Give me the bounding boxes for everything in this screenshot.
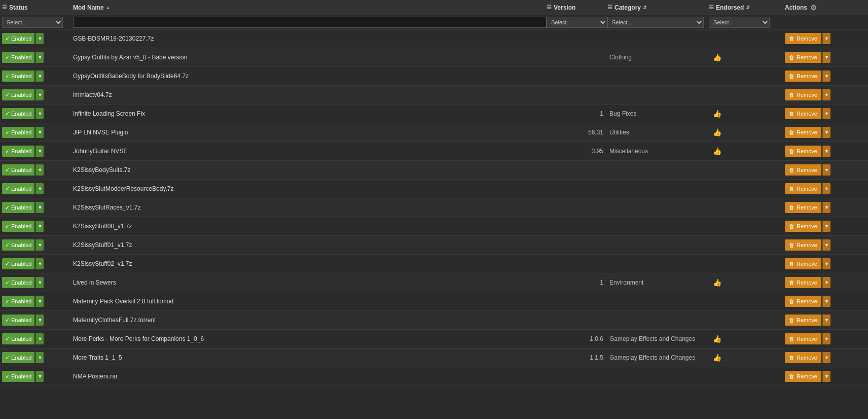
- enabled-dropdown-button[interactable]: ▼: [35, 202, 44, 213]
- enabled-button[interactable]: ✓ Enabled: [2, 146, 34, 157]
- enabled-dropdown-button[interactable]: ▼: [35, 164, 44, 176]
- enabled-dropdown-button[interactable]: ▼: [35, 71, 44, 82]
- endorsed-filter-select[interactable]: Select...: [709, 17, 770, 28]
- enabled-button[interactable]: ✓ Enabled: [2, 371, 34, 382]
- enabled-dropdown-button[interactable]: ▼: [35, 146, 44, 157]
- remove-button[interactable]: 🗑 Remove: [785, 296, 821, 307]
- enabled-dropdown-button[interactable]: ▼: [35, 89, 44, 100]
- enabled-dropdown-button[interactable]: ▼: [35, 33, 44, 44]
- cell-actions: 🗑 Remove ▼: [785, 333, 866, 344]
- enabled-button[interactable]: ✓ Enabled: [2, 183, 34, 194]
- enabled-dropdown-button[interactable]: ▼: [35, 258, 44, 269]
- remove-button[interactable]: 🗑 Remove: [785, 71, 821, 82]
- thumbs-up-icon[interactable]: 👍: [713, 354, 721, 362]
- remove-button[interactable]: 🗑 Remove: [785, 277, 821, 288]
- enabled-dropdown-button[interactable]: ▼: [35, 127, 44, 138]
- table-row: ✓ Enabled ▼ JohnnyGuitar NVSE 3.95 Misce…: [0, 142, 868, 161]
- remove-dropdown-button[interactable]: ▼: [822, 239, 830, 251]
- enabled-dropdown-button[interactable]: ▼: [35, 52, 44, 63]
- remove-button[interactable]: 🗑 Remove: [785, 239, 821, 251]
- cell-actions: 🗑 Remove ▼: [785, 71, 866, 82]
- remove-dropdown-button[interactable]: ▼: [822, 146, 830, 157]
- remove-dropdown-button[interactable]: ▼: [822, 71, 830, 82]
- enabled-dropdown-button[interactable]: ▼: [35, 277, 44, 288]
- category-filter-select[interactable]: Select...: [607, 17, 704, 28]
- table-row: ✓ Enabled ▼ NMA Posters.rar 🗑 Remove ▼: [0, 367, 868, 386]
- enabled-dropdown-button[interactable]: ▼: [35, 352, 44, 363]
- enabled-button[interactable]: ✓ Enabled: [2, 258, 34, 269]
- header-modname[interactable]: Mod Name ▲: [73, 4, 547, 11]
- enabled-button[interactable]: ✓ Enabled: [2, 33, 34, 44]
- enabled-dropdown-button[interactable]: ▼: [35, 221, 44, 232]
- enabled-button[interactable]: ✓ Enabled: [2, 202, 34, 213]
- remove-button[interactable]: 🗑 Remove: [785, 164, 821, 176]
- thumbs-up-icon[interactable]: 👍: [713, 128, 721, 136]
- remove-dropdown-button[interactable]: ▼: [822, 108, 830, 119]
- remove-button[interactable]: 🗑 Remove: [785, 89, 821, 100]
- remove-button[interactable]: 🗑 Remove: [785, 108, 821, 119]
- enabled-dropdown-button[interactable]: ▼: [35, 315, 44, 326]
- cell-endorsed: 👍: [709, 110, 785, 118]
- thumbs-up-icon[interactable]: 👍: [713, 147, 721, 155]
- remove-button[interactable]: 🗑 Remove: [785, 371, 821, 382]
- remove-button[interactable]: 🗑 Remove: [785, 352, 821, 363]
- enabled-dropdown-button[interactable]: ▼: [35, 333, 44, 344]
- remove-dropdown-button[interactable]: ▼: [822, 296, 830, 307]
- remove-dropdown-button[interactable]: ▼: [822, 52, 830, 63]
- enabled-button[interactable]: ✓ Enabled: [2, 127, 34, 138]
- thumbs-up-icon[interactable]: 👍: [713, 335, 721, 343]
- remove-button[interactable]: 🗑 Remove: [785, 33, 821, 44]
- modname-filter-input[interactable]: [73, 17, 547, 28]
- enabled-button[interactable]: ✓ Enabled: [2, 296, 34, 307]
- enabled-button[interactable]: ✓ Enabled: [2, 89, 34, 100]
- remove-dropdown-button[interactable]: ▼: [822, 371, 830, 382]
- cell-modname: JIP LN NVSE Plugin: [73, 129, 547, 136]
- thumbs-up-icon[interactable]: 👍: [713, 278, 721, 287]
- enabled-button[interactable]: ✓ Enabled: [2, 333, 34, 344]
- remove-dropdown-button[interactable]: ▼: [822, 315, 830, 326]
- remove-button[interactable]: 🗑 Remove: [785, 315, 821, 326]
- table-row: ✓ Enabled ▼ More Perks - More Perks for …: [0, 330, 868, 348]
- enabled-dropdown-button[interactable]: ▼: [35, 183, 44, 194]
- remove-button[interactable]: 🗑 Remove: [785, 202, 821, 213]
- remove-dropdown-button[interactable]: ▼: [822, 89, 830, 100]
- remove-dropdown-button[interactable]: ▼: [822, 202, 830, 213]
- remove-button[interactable]: 🗑 Remove: [785, 333, 821, 344]
- enabled-label: Enabled: [11, 373, 31, 379]
- remove-dropdown-button[interactable]: ▼: [822, 127, 830, 138]
- thumbs-up-icon[interactable]: 👍: [713, 110, 721, 118]
- enabled-dropdown-button[interactable]: ▼: [35, 108, 44, 119]
- enabled-button[interactable]: ✓ Enabled: [2, 164, 34, 176]
- enabled-button[interactable]: ✓ Enabled: [2, 352, 34, 363]
- thumbs-up-icon[interactable]: 👍: [713, 53, 721, 61]
- remove-button[interactable]: 🗑 Remove: [785, 221, 821, 232]
- remove-dropdown-button[interactable]: ▼: [822, 183, 830, 194]
- remove-button[interactable]: 🗑 Remove: [785, 183, 821, 194]
- remove-label: Remove: [797, 280, 817, 286]
- remove-dropdown-button[interactable]: ▼: [822, 33, 830, 44]
- remove-dropdown-button[interactable]: ▼: [822, 352, 830, 363]
- remove-button[interactable]: 🗑 Remove: [785, 127, 821, 138]
- enabled-button[interactable]: ✓ Enabled: [2, 52, 34, 63]
- remove-dropdown-button[interactable]: ▼: [822, 221, 830, 232]
- remove-dropdown-button[interactable]: ▼: [822, 258, 830, 269]
- remove-dropdown-button[interactable]: ▼: [822, 277, 830, 288]
- enabled-dropdown-button[interactable]: ▼: [35, 371, 44, 382]
- version-filter-select[interactable]: Select...: [547, 17, 607, 28]
- enabled-label: Enabled: [11, 36, 31, 42]
- enabled-dropdown-button[interactable]: ▼: [35, 296, 44, 307]
- remove-dropdown-button[interactable]: ▼: [822, 164, 830, 176]
- enabled-button[interactable]: ✓ Enabled: [2, 71, 34, 82]
- remove-button[interactable]: 🗑 Remove: [785, 52, 821, 63]
- enabled-button[interactable]: ✓ Enabled: [2, 315, 34, 326]
- enabled-button[interactable]: ✓ Enabled: [2, 277, 34, 288]
- enabled-button[interactable]: ✓ Enabled: [2, 221, 34, 232]
- remove-button[interactable]: 🗑 Remove: [785, 258, 821, 269]
- enabled-dropdown-button[interactable]: ▼: [35, 239, 44, 251]
- settings-icon[interactable]: ⚙: [810, 4, 817, 12]
- enabled-button[interactable]: ✓ Enabled: [2, 108, 34, 119]
- remove-dropdown-button[interactable]: ▼: [822, 333, 830, 344]
- enabled-button[interactable]: ✓ Enabled: [2, 239, 34, 251]
- status-filter-select[interactable]: Select...: [2, 17, 63, 28]
- remove-button[interactable]: 🗑 Remove: [785, 146, 821, 157]
